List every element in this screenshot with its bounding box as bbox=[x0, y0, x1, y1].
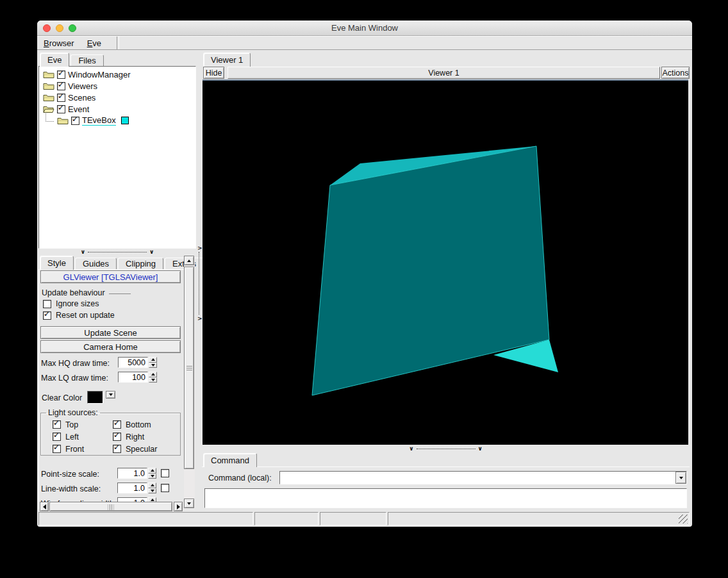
update-behaviour-rule bbox=[109, 293, 131, 294]
label-max-lq-draw-time: Max LQ draw time: bbox=[41, 374, 108, 383]
glviewer-class-button[interactable]: GLViewer [TGLSAViewer] bbox=[40, 270, 181, 283]
update-scene-button[interactable]: Update Scene bbox=[40, 326, 181, 339]
checkbox-ignore-sizes[interactable] bbox=[43, 300, 51, 308]
actions-button[interactable]: Actions bbox=[661, 67, 690, 79]
statusbar bbox=[38, 512, 691, 525]
tab-files[interactable]: Files bbox=[70, 54, 103, 66]
check-icon: ✓ bbox=[113, 419, 120, 427]
gl-viewport[interactable] bbox=[203, 79, 688, 445]
tab-viewer-1[interactable]: Viewer 1 bbox=[203, 53, 251, 67]
tab-clipping[interactable]: Clipping bbox=[118, 258, 163, 269]
label-point-size-scale: Point-size scale: bbox=[41, 470, 99, 479]
scroll-right-icon[interactable] bbox=[174, 502, 183, 511]
tree-checkbox-event[interactable]: ✓ bbox=[57, 105, 65, 113]
camera-home-button[interactable]: Camera Home bbox=[40, 340, 181, 353]
check-icon: ✓ bbox=[53, 443, 60, 452]
tree-label-event: Event bbox=[68, 104, 89, 114]
scroll-left-icon[interactable] bbox=[40, 502, 49, 511]
line-width-scale-spinner-up-icon[interactable] bbox=[148, 483, 156, 488]
command-tabstrip: Command bbox=[203, 452, 258, 467]
light-sources-group: Light sources: ✓Top✓Bottom✓Left✓Right✓Fr… bbox=[40, 408, 181, 456]
scroll-down-icon[interactable] bbox=[184, 499, 194, 508]
checkbox-row-reset-on-update: ✓Reset on update bbox=[43, 311, 115, 320]
vscroll-thumb[interactable] bbox=[184, 267, 194, 469]
chevron-down-icon[interactable]: ∨ bbox=[81, 249, 85, 254]
grip-icon bbox=[186, 365, 192, 371]
tree-item-tevebox[interactable]: ✓TEveBox bbox=[40, 115, 194, 126]
left-tabstrip: EveFiles bbox=[40, 52, 105, 66]
check-icon: ✓ bbox=[53, 431, 60, 440]
resize-grip-icon[interactable] bbox=[679, 515, 688, 524]
check-icon: ✓ bbox=[53, 419, 60, 427]
checkbox-light-left[interactable]: ✓ bbox=[53, 433, 61, 441]
max-lq-draw-time-spinner-down-icon[interactable] bbox=[149, 377, 157, 383]
chevron-down-icon[interactable]: ∨ bbox=[149, 249, 154, 254]
menubar: Browser Eve bbox=[37, 36, 692, 50]
tab-style[interactable]: Style bbox=[40, 256, 74, 270]
tree-editor-splitter[interactable]: ∨ ∨ bbox=[38, 249, 196, 255]
viewer-titlebar[interactable]: Viewer 1 bbox=[228, 67, 660, 79]
splitter-dots bbox=[88, 252, 147, 252]
scroll-up-icon[interactable] bbox=[184, 256, 194, 265]
tree-item-windowmanager[interactable]: ✓WindowManager bbox=[40, 69, 194, 80]
max-lq-draw-time-spinner-up-icon[interactable] bbox=[149, 372, 157, 377]
viewer-command-splitter[interactable]: ∨ ∨ bbox=[201, 445, 691, 452]
screen: Eve Main Window Browser Eve EveFiles ✓Wi… bbox=[0, 0, 728, 578]
tree-checkbox-windowmanager[interactable]: ✓ bbox=[57, 70, 65, 79]
command-output[interactable] bbox=[204, 488, 687, 508]
titlebar[interactable]: Eve Main Window bbox=[37, 21, 692, 36]
tab-eve[interactable]: Eve bbox=[40, 53, 69, 67]
folder-icon bbox=[43, 81, 54, 90]
editor-vertical-scrollbar[interactable] bbox=[184, 256, 195, 509]
max-hq-draw-time-spinner-down-icon[interactable] bbox=[149, 363, 157, 368]
combo-dropdown-icon[interactable] bbox=[675, 472, 686, 484]
checkbox-light-specular[interactable]: ✓ bbox=[113, 445, 121, 453]
status-cell-2 bbox=[254, 512, 318, 525]
max-hq-draw-time-spinner-input[interactable] bbox=[118, 357, 148, 368]
label-ignore-sizes: Ignore sizes bbox=[56, 299, 99, 308]
checkbox-light-right[interactable]: ✓ bbox=[113, 433, 121, 441]
chevron-down-icon[interactable]: ∨ bbox=[409, 446, 413, 451]
checkbox-light-top[interactable]: ✓ bbox=[53, 420, 61, 429]
hscroll-thumb[interactable] bbox=[49, 502, 172, 511]
point-size-scale-checkbox[interactable] bbox=[161, 469, 169, 477]
menu-browser[interactable]: Browser bbox=[37, 37, 81, 49]
label-light-specular: Specular bbox=[126, 445, 157, 454]
command-combobox[interactable] bbox=[279, 471, 687, 484]
point-size-scale-spinner-up-icon[interactable] bbox=[148, 468, 156, 474]
editor-horizontal-scrollbar[interactable] bbox=[40, 502, 183, 511]
clear-color-swatch[interactable] bbox=[87, 391, 103, 404]
label-light-bottom: Bottom bbox=[126, 420, 151, 429]
max-lq-draw-time-spinner-input[interactable] bbox=[118, 372, 148, 383]
max-hq-draw-time-spinner-up-icon[interactable] bbox=[149, 357, 157, 363]
chevron-down-icon[interactable]: ∨ bbox=[478, 446, 483, 451]
label-light-front: Front bbox=[65, 445, 84, 454]
tree-checkbox-viewers[interactable]: ✓ bbox=[57, 82, 65, 90]
tab-command[interactable]: Command bbox=[203, 453, 257, 467]
checkbox-light-bottom[interactable]: ✓ bbox=[113, 420, 121, 429]
max-lq-draw-time-spinner bbox=[118, 372, 157, 383]
chevron-down-icon bbox=[109, 393, 113, 396]
checkbox-reset-on-update[interactable]: ✓ bbox=[43, 311, 51, 320]
checkbox-light-front[interactable]: ✓ bbox=[53, 445, 61, 453]
eve-tree: ✓WindowManager✓Viewers✓Scenes✓Event✓TEve… bbox=[38, 66, 196, 249]
point-size-scale-spinner-down-icon[interactable] bbox=[148, 474, 156, 479]
tree-item-viewers[interactable]: ✓Viewers bbox=[40, 80, 194, 92]
menu-eve[interactable]: Eve bbox=[81, 37, 108, 49]
tree-checkbox-scenes[interactable]: ✓ bbox=[57, 94, 65, 102]
point-size-scale-spinner-input[interactable] bbox=[117, 468, 147, 479]
tab-guides[interactable]: Guides bbox=[75, 258, 117, 269]
tree-connector bbox=[46, 113, 54, 122]
hide-button[interactable]: Hide bbox=[203, 67, 224, 79]
label-reset-on-update: Reset on update bbox=[56, 311, 115, 320]
tree-item-event[interactable]: ✓Event bbox=[40, 103, 194, 115]
tree-item-scenes[interactable]: ✓Scenes bbox=[40, 92, 194, 103]
line-width-scale-spinner-down-icon[interactable] bbox=[148, 488, 156, 494]
line-width-scale-spinner-input[interactable] bbox=[117, 483, 147, 493]
command-input[interactable] bbox=[280, 472, 675, 484]
tree-label-windowmanager: WindowManager bbox=[68, 70, 131, 79]
line-width-scale-checkbox[interactable] bbox=[161, 484, 169, 492]
label-line-width-scale: Line-width scale: bbox=[41, 484, 101, 493]
clear-color-dropdown-button[interactable] bbox=[106, 391, 115, 399]
tree-checkbox-tevebox[interactable]: ✓ bbox=[71, 117, 79, 125]
